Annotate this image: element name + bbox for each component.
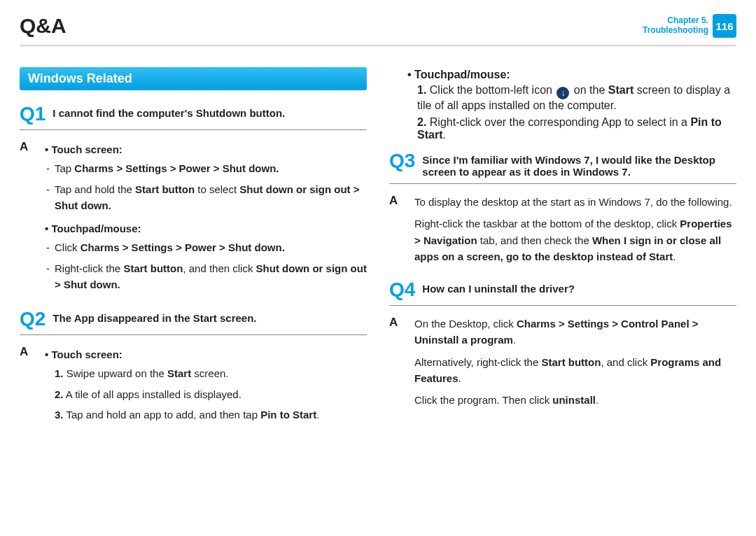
q3-row: Q3 Since I'm familiar with Windows 7, I … [389,151,736,184]
a2-step2: 2. A tile of all apps installed is displ… [45,386,367,402]
a3-row: A To display the desktop at the start as… [389,194,736,270]
q3-label: Q3 [389,151,415,171]
header-divider [20,45,736,48]
a4-p2: Alternatively, right-click the Start but… [414,354,736,387]
chapter-line2: Troubleshooting [643,26,708,36]
q4-row: Q4 How can I uninstall the driver? [389,280,736,306]
down-arrow-icon: ↓ [556,87,569,99]
a2-step1: 1. Swipe upward on the Start screen. [45,365,367,381]
page-header: Q&A Chapter 5. Troubleshooting 116 [20,14,736,38]
a4-content: On the Desktop, click Charms > Settings … [414,316,736,414]
a2-step3: 3. Tap and hold an app to add, and then … [45,407,367,423]
a1-label: A [20,140,38,154]
page-number-badge: 116 [713,14,736,38]
a1-mouse-item1: Click Charms > Settings > Power > Shut d… [45,239,367,255]
q1-text: I cannot find the computer's Shutdown bu… [52,104,285,119]
q4-text: How can I uninstall the driver? [422,280,575,295]
a2-mouse-block: • Touchpad/mouse: 1. Click the bottom-le… [389,69,736,141]
a3-p2: Right-click the taskbar at the bottom of… [414,216,736,265]
right-column: • Touchpad/mouse: 1. Click the bottom-le… [389,67,736,431]
a2-mouse-step2: 2. Right-click over the corresponding Ap… [407,116,736,141]
chapter-label: Chapter 5. Troubleshooting [643,16,708,36]
a2-row: A • Touch screen: 1. Swipe upward on the… [20,345,367,427]
section-header-windows-related: Windows Related [20,67,367,90]
chapter-line1: Chapter 5. [643,16,708,26]
a1-mouse-head: • Touchpad/mouse: [45,220,367,237]
a1-touch-item1: Tap Charms > Settings > Power > Shut dow… [45,160,367,176]
a3-label: A [389,194,407,208]
a3-p1: To display the desktop at the start as i… [414,194,736,210]
a2-mouse-head: • Touchpad/mouse: [407,69,736,81]
q2-label: Q2 [20,309,46,329]
q3-text: Since I'm familiar with Windows 7, I wou… [422,151,736,178]
q4-label: Q4 [389,280,415,299]
page-title: Q&A [20,14,66,38]
a1-touch-head: • Touch screen: [45,141,367,157]
a1-mouse-item2: Right-click the Start button, and then c… [45,260,367,293]
a2-touch-head: • Touch screen: [45,346,367,362]
document-page: Q&A Chapter 5. Troubleshooting 116 Windo… [0,0,756,431]
a4-label: A [389,316,407,330]
a1-touch-item2: Tap and hold the Start button to select … [45,181,367,214]
a2-label: A [20,345,38,359]
a2-mouse-step1: 1. Click the bottom-left icon ↓ on the S… [407,84,736,112]
chapter-box: Chapter 5. Troubleshooting 116 [643,14,736,38]
content-columns: Windows Related Q1 I cannot find the com… [20,67,736,431]
a3-content: To display the desktop at the start as i… [414,194,736,270]
left-column: Windows Related Q1 I cannot find the com… [20,67,367,431]
a4-row: A On the Desktop, click Charms > Setting… [389,316,736,414]
a1-content: • Touch screen: Tap Charms > Settings > … [45,140,367,297]
q1-label: Q1 [20,104,46,124]
a2-content: • Touch screen: 1. Swipe upward on the S… [45,345,367,427]
a4-p1: On the Desktop, click Charms > Settings … [414,316,736,348]
q1-row: Q1 I cannot find the computer's Shutdown… [20,104,367,130]
q2-text: The App disappeared in the Start screen. [52,309,256,324]
a4-p3: Click the program. Then click uninstall. [414,392,736,408]
q2-row: Q2 The App disappeared in the Start scre… [20,309,367,335]
a1-row: A • Touch screen: Tap Charms > Settings … [20,140,367,297]
